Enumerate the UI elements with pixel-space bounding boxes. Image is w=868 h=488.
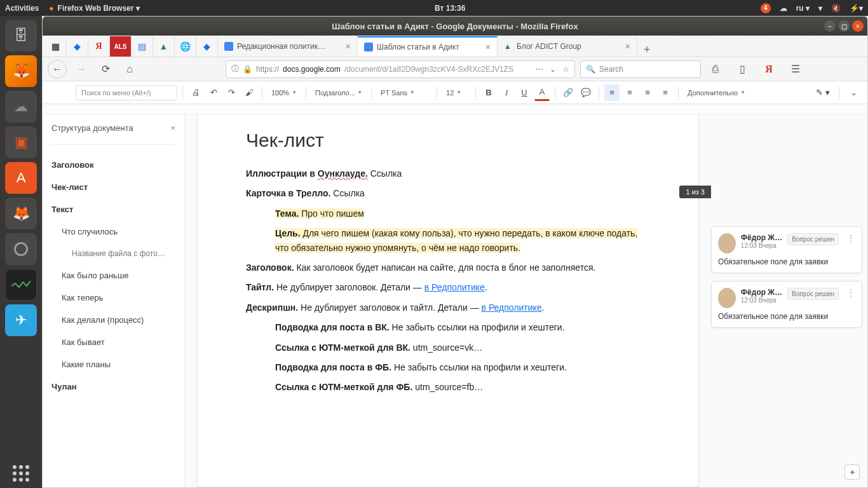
tab-0[interactable]: Редакционная политик… × (218, 36, 358, 57)
comment-menu-icon[interactable]: ⋮ (846, 233, 855, 243)
app-menu[interactable]: Firefox Web Browser ▾ (58, 4, 140, 13)
window-close[interactable]: × (852, 20, 864, 32)
align-right-button[interactable]: ≡ (640, 85, 655, 101)
align-center-button[interactable]: ≡ (622, 85, 637, 101)
volume-icon[interactable]: 🔇 (831, 4, 841, 13)
sidebar-icon[interactable]: ▯ (733, 60, 752, 79)
tab-2[interactable]: ▲ Блог ADICT Group × (498, 36, 637, 57)
comment-menu-icon[interactable]: ⋮ (846, 288, 855, 298)
outline-item-4[interactable]: Название файла с фото… (51, 243, 184, 264)
outline-item-3[interactable]: Что случилось (51, 220, 184, 243)
underline-button[interactable]: U (517, 85, 532, 101)
fontsize-dropdown[interactable]: 12▼ (442, 85, 470, 101)
outline-item-9[interactable]: Какие планы (51, 353, 184, 376)
page-area[interactable]: Чек-лист Иллюстрации в Оунклауде. Ссылка… (185, 114, 711, 487)
nav-bar: ← → ⟳ ⌂ ⓘ 🔒 https://docs.google.com/docu… (43, 57, 867, 81)
launcher-telegram[interactable]: ✈ (5, 304, 37, 336)
bookmark-icon[interactable]: ☆ (562, 65, 569, 74)
bold-button[interactable]: B (481, 85, 496, 101)
insert-comment-button[interactable]: 💬 (578, 85, 593, 101)
yandex-icon[interactable]: Я (759, 60, 778, 79)
outline-item-7[interactable]: Как делали (процесс) (51, 309, 184, 331)
reload-button[interactable]: ⟳ (96, 60, 115, 79)
tab-1-close[interactable]: × (485, 42, 491, 52)
back-button[interactable]: ← (48, 60, 67, 79)
comment-0[interactable]: Фёдор Ж…12:03 ВчераВопрос решен⋮Обязател… (711, 226, 862, 273)
insert-link-button[interactable]: 🔗 (560, 85, 576, 101)
pinned-tab-5[interactable]: ▲ (153, 36, 175, 57)
launcher-gimp[interactable]: 🦊 (5, 198, 37, 229)
launcher-apps-grid[interactable] (13, 465, 29, 482)
language-indicator[interactable]: ru ▾ (796, 4, 810, 13)
outline-close-icon[interactable]: × (170, 123, 175, 133)
page-action-icon[interactable]: ⋯ (536, 65, 543, 74)
cloud-icon[interactable]: ☁ (780, 4, 787, 13)
comment-resolve-button[interactable]: Вопрос решен (787, 288, 839, 300)
notification-badge[interactable]: 4 (761, 3, 771, 13)
link-redpolicy-1[interactable]: в Редполитике (424, 282, 485, 292)
pocket-icon[interactable]: ⌄ (550, 65, 556, 74)
outline-item-10[interactable]: Чулан (51, 376, 184, 398)
menu-search-input[interactable]: Поиск по меню (Alt+/) (76, 85, 177, 100)
window-minimize[interactable]: – (824, 20, 836, 32)
launcher-sublime[interactable]: ▣ (5, 126, 37, 158)
outline-item-0[interactable]: Заголовок (51, 154, 184, 176)
window-title-bar: Шаблон статьи в Адикт - Google Документы… (43, 17, 867, 36)
pinned-tab-6[interactable]: 🌐 (175, 36, 196, 57)
align-left-button[interactable]: ≡ (604, 85, 620, 101)
undo-button[interactable]: ↶ (206, 85, 221, 101)
redo-button[interactable]: ↷ (224, 85, 239, 101)
launcher-settings[interactable] (5, 233, 37, 265)
pinned-tab-4[interactable]: ▤ (132, 36, 153, 57)
home-button[interactable]: ⌂ (120, 60, 139, 79)
launcher-nextcloud[interactable]: ☁ (5, 91, 37, 123)
url-proto: https:// (256, 65, 279, 74)
launcher-system-monitor[interactable] (5, 269, 37, 301)
outline-item-5[interactable]: Как было раньше (51, 264, 184, 287)
pinned-tab-7[interactable]: ◆ (196, 36, 218, 57)
paint-format-button[interactable]: 🖌 (241, 85, 257, 101)
menu-icon[interactable]: ☰ (786, 60, 805, 79)
ruler (43, 104, 867, 114)
search-bar[interactable]: 🔍 Search (580, 60, 701, 78)
outline-item-1[interactable]: Чек-лист (51, 176, 184, 198)
explore-button[interactable]: ✦ (844, 464, 860, 480)
text-color-button[interactable]: A (534, 85, 550, 101)
shield-icon: ⓘ (231, 64, 239, 74)
style-dropdown[interactable]: Подзаголо...▼ (311, 85, 366, 101)
activities-button[interactable]: Activities (5, 4, 39, 13)
pinned-tab-3[interactable]: ALS (110, 36, 132, 57)
window-maximize[interactable]: ▢ (838, 20, 850, 32)
comment-1[interactable]: Фёдор Ж…12:03 ВчераВопрос решен⋮Обязател… (711, 281, 862, 328)
outline-item-6[interactable]: Как теперь (51, 287, 184, 309)
pinned-tab-2[interactable]: Я (88, 36, 110, 57)
tab-0-close[interactable]: × (346, 41, 351, 51)
comment-resolve-button[interactable]: Вопрос решен (787, 233, 839, 245)
pinned-tab-1[interactable]: ◆ (67, 36, 88, 57)
align-justify-button[interactable]: ≡ (658, 85, 673, 101)
library-icon[interactable]: ⎙ (706, 60, 725, 79)
print-button[interactable]: 🖨 (188, 85, 203, 101)
expand-button[interactable]: ⌄ (846, 85, 861, 101)
launcher-files[interactable]: 🗄 (5, 20, 37, 51)
font-dropdown[interactable]: PT Sans▼ (377, 85, 431, 101)
link-redpolicy-2[interactable]: в Редполитике (482, 302, 542, 313)
launcher-firefox[interactable]: 🦊 (5, 55, 37, 87)
launcher-software[interactable]: A (5, 162, 37, 194)
forward-button[interactable]: → (72, 60, 91, 79)
wifi-icon[interactable]: ▾ (818, 4, 822, 13)
outline-item-2[interactable]: Текст (51, 198, 184, 220)
tab-2-close[interactable]: × (625, 41, 630, 51)
editing-mode-button[interactable]: ✎ ▾ (813, 85, 832, 101)
zoom-dropdown[interactable]: 100%▼ (268, 85, 301, 101)
url-bar[interactable]: ⓘ 🔒 https://docs.google.com/document/d/1… (226, 60, 575, 78)
tab-bar: ▦ ◆ Я ALS ▤ ▲ 🌐 ◆ Редакционная политик… … (43, 36, 867, 57)
tab-1[interactable]: Шаблон статьи в Адикт × (358, 36, 498, 57)
outline-item-8[interactable]: Как бывает (51, 331, 184, 353)
more-tools-dropdown[interactable]: Дополнительно▼ (684, 85, 749, 101)
new-tab-button[interactable]: + (637, 43, 656, 57)
battery-icon[interactable]: ⚡▾ (850, 4, 863, 13)
pinned-tab-0[interactable]: ▦ (45, 36, 67, 57)
document-page[interactable]: Чек-лист Иллюстрации в Оунклауде. Ссылка… (197, 114, 699, 487)
italic-button[interactable]: I (499, 85, 514, 101)
